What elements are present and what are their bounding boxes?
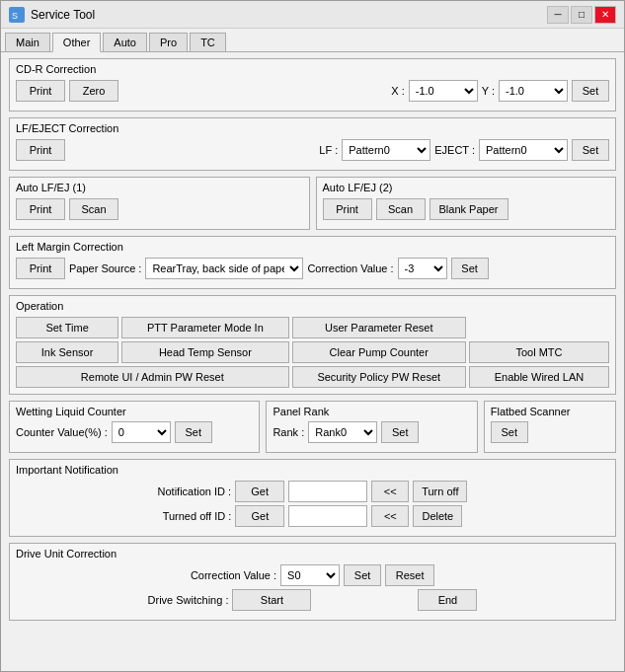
drive-start-button[interactable]: Start <box>232 589 311 611</box>
tab-pro[interactable]: Pro <box>149 33 188 51</box>
drive-switching-row: Drive Switching : Start End <box>16 589 609 611</box>
tab-bar: Main Other Auto Pro TC <box>1 29 624 52</box>
cdr-section: CD-R Correction Print Zero X : -1.00.01.… <box>9 58 616 112</box>
autolfej1-section: Auto LF/EJ (1) Print Scan <box>9 177 310 230</box>
autolfej1-title: Auto LF/EJ (1) <box>16 182 303 193</box>
cdr-x-select[interactable]: -1.00.01.0 <box>409 80 478 102</box>
cdr-title: CD-R Correction <box>16 63 609 75</box>
notif-get-button[interactable]: Get <box>235 481 284 502</box>
svg-text:S: S <box>12 11 18 21</box>
tab-main[interactable]: Main <box>5 33 50 51</box>
wetting-row: Counter Value(%) : 0102050100 Set <box>16 421 253 443</box>
leftmargin-print-button[interactable]: Print <box>16 258 65 279</box>
cdr-y-label: Y : <box>482 85 495 97</box>
cdr-set-button[interactable]: Set <box>572 80 609 102</box>
lf-select[interactable]: Pattern0Pattern1Pattern2 <box>342 139 430 161</box>
tab-content: CD-R Correction Print Zero X : -1.00.01.… <box>1 52 624 671</box>
panel-rank-row: Rank : Rank0Rank1Rank2 Set <box>273 421 470 443</box>
autolfej2-row: Print Scan Blank Paper <box>323 198 610 220</box>
bottom-sections: Wetting Liquid Counter Counter Value(%) … <box>9 401 616 453</box>
panel-rank-set-button[interactable]: Set <box>381 421 419 443</box>
tool-mtc-button[interactable]: Tool MTC <box>469 341 609 363</box>
flatbed-row: Set <box>491 421 609 443</box>
tab-auto[interactable]: Auto <box>103 33 147 51</box>
blank-paper-button[interactable]: Blank Paper <box>430 198 508 220</box>
autolfej2-print-button[interactable]: Print <box>323 198 372 220</box>
autolfej1-print-button[interactable]: Print <box>16 198 65 220</box>
maximize-button[interactable]: □ <box>571 6 592 24</box>
flatbed-set-button[interactable]: Set <box>491 421 528 443</box>
drive-switching-label: Drive Switching : <box>148 594 229 606</box>
enable-wired-lan-button[interactable]: Enable Wired LAN <box>469 366 609 388</box>
ink-sensor-button[interactable]: Ink Sensor <box>16 341 118 363</box>
drive-end-button[interactable]: End <box>418 589 477 611</box>
paper-source-label: Paper Source : <box>69 262 141 274</box>
cdr-y-select[interactable]: -1.00.01.0 <box>499 80 568 102</box>
notif-arrow2-button[interactable]: << <box>371 505 409 527</box>
paper-source-select[interactable]: RearTray, back side of paper FrontTray O… <box>145 258 303 279</box>
set-time-button[interactable]: Set Time <box>16 317 118 338</box>
lfeject-print-button[interactable]: Print <box>16 139 65 161</box>
operation-title: Operation <box>16 300 609 312</box>
turned-off-label: Turned off ID : <box>163 510 232 522</box>
autolfej2-section: Auto LF/EJ (2) Print Scan Blank Paper <box>316 177 617 230</box>
correction-value-label: Correction Value : <box>307 262 393 274</box>
cdr-print-button[interactable]: Print <box>16 80 65 102</box>
autolfej2-title: Auto LF/EJ (2) <box>323 182 610 193</box>
notif-id-input[interactable] <box>288 481 367 502</box>
cdr-x-label: X : <box>391 85 404 97</box>
wetting-title: Wetting Liquid Counter <box>16 406 253 417</box>
panel-rank-title: Panel Rank <box>273 406 470 417</box>
lfeject-set-button[interactable]: Set <box>572 139 609 161</box>
turned-off-input[interactable] <box>288 505 367 527</box>
minimize-button[interactable]: ─ <box>547 6 569 24</box>
notif-arrow-button[interactable]: << <box>371 481 409 502</box>
drive-set-button[interactable]: Set <box>344 564 381 586</box>
auto-lfej-container: Auto LF/EJ (1) Print Scan Auto LF/EJ (2)… <box>9 177 616 230</box>
main-window: S Service Tool ─ □ ✕ Main Other Auto Pro… <box>0 0 625 672</box>
drive-reset-button[interactable]: Reset <box>385 564 434 586</box>
clear-pump-counter-button[interactable]: Clear Pump Counter <box>292 341 466 363</box>
lfeject-title: LF/EJECT Correction <box>16 122 609 134</box>
eject-label: EJECT : <box>434 144 475 156</box>
window-title: Service Tool <box>31 8 541 22</box>
lfeject-row: Print LF : Pattern0Pattern1Pattern2 EJEC… <box>16 139 609 161</box>
drive-correction-select[interactable]: S0S1S2 <box>280 564 340 586</box>
eject-select[interactable]: Pattern0Pattern1Pattern2 <box>479 139 568 161</box>
counter-label: Counter Value(%) : <box>16 426 108 438</box>
notif-get2-button[interactable]: Get <box>235 505 284 527</box>
leftmargin-set-button[interactable]: Set <box>451 258 489 279</box>
drive-correction-row: Correction Value : S0S1S2 Set Reset <box>16 564 609 586</box>
lfeject-section: LF/EJECT Correction Print LF : Pattern0P… <box>9 117 616 171</box>
notif-id-label: Notification ID : <box>158 485 232 497</box>
cdr-zero-button[interactable]: Zero <box>69 80 118 102</box>
user-param-reset-button[interactable]: User Parameter Reset <box>292 317 466 338</box>
autolfej2-scan-button[interactable]: Scan <box>376 198 426 220</box>
operation-grid: Set Time PTT Parameter Mode In User Para… <box>16 317 609 388</box>
head-temp-sensor-button[interactable]: Head Temp Sensor <box>121 341 288 363</box>
correction-value-select[interactable]: -3-2-10123 <box>398 258 447 279</box>
remote-ui-button[interactable]: Remote UI / Admin PW Reset <box>16 366 289 388</box>
autolfej1-row: Print Scan <box>16 198 303 220</box>
turned-off-row: Turned off ID : Get << Delete <box>16 505 609 527</box>
tab-other[interactable]: Other <box>52 33 102 52</box>
cdr-row: Print Zero X : -1.00.01.0 Y : -1.00.01.0… <box>16 80 609 102</box>
delete-button[interactable]: Delete <box>413 505 462 527</box>
ptt-param-button[interactable]: PTT Parameter Mode In <box>121 317 288 338</box>
security-policy-button[interactable]: Security Policy PW Reset <box>292 366 466 388</box>
counter-select[interactable]: 0102050100 <box>112 421 171 443</box>
panel-rank-section: Panel Rank Rank : Rank0Rank1Rank2 Set <box>266 401 477 453</box>
wetting-set-button[interactable]: Set <box>175 421 212 443</box>
rank-label: Rank : <box>273 426 304 438</box>
notif-id-row: Notification ID : Get << Turn off <box>16 481 609 502</box>
turn-off-button[interactable]: Turn off <box>413 481 467 502</box>
leftmargin-section: Left Margin Correction Print Paper Sourc… <box>9 236 616 289</box>
tab-tc[interactable]: TC <box>190 33 226 51</box>
notification-title: Important Notification <box>16 464 609 476</box>
leftmargin-row: Print Paper Source : RearTray, back side… <box>16 258 609 279</box>
autolfej1-scan-button[interactable]: Scan <box>69 198 118 220</box>
close-button[interactable]: ✕ <box>594 6 616 24</box>
window-controls: ─ □ ✕ <box>547 6 616 24</box>
drive-correction-label: Correction Value : <box>191 569 276 581</box>
rank-select[interactable]: Rank0Rank1Rank2 <box>308 421 377 443</box>
